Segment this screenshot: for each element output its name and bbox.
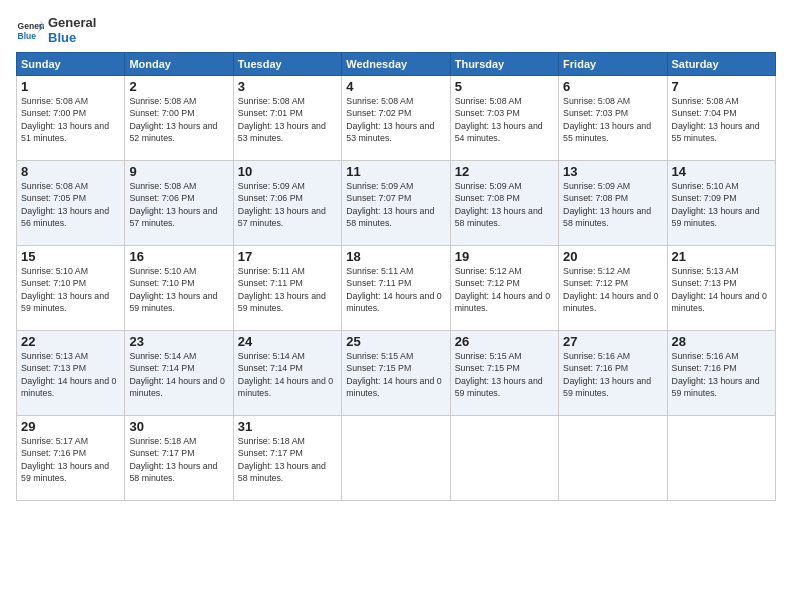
calendar-cell: 20Sunrise: 5:12 AMSunset: 7:12 PMDayligh…: [559, 245, 667, 330]
day-number: 2: [129, 79, 228, 94]
calendar-cell: [559, 415, 667, 500]
calendar-cell: 10Sunrise: 5:09 AMSunset: 7:06 PMDayligh…: [233, 160, 341, 245]
day-number: 17: [238, 249, 337, 264]
day-info: Sunrise: 5:08 AMSunset: 7:03 PMDaylight:…: [563, 95, 662, 144]
calendar-cell: 4Sunrise: 5:08 AMSunset: 7:02 PMDaylight…: [342, 75, 450, 160]
calendar-cell: 13Sunrise: 5:09 AMSunset: 7:08 PMDayligh…: [559, 160, 667, 245]
day-number: 23: [129, 334, 228, 349]
day-number: 15: [21, 249, 120, 264]
calendar-cell: 19Sunrise: 5:12 AMSunset: 7:12 PMDayligh…: [450, 245, 558, 330]
day-number: 28: [672, 334, 771, 349]
day-info: Sunrise: 5:11 AMSunset: 7:11 PMDaylight:…: [238, 265, 337, 314]
calendar-cell: 16Sunrise: 5:10 AMSunset: 7:10 PMDayligh…: [125, 245, 233, 330]
day-info: Sunrise: 5:18 AMSunset: 7:17 PMDaylight:…: [129, 435, 228, 484]
calendar-cell: 8Sunrise: 5:08 AMSunset: 7:05 PMDaylight…: [17, 160, 125, 245]
weekday-header-thursday: Thursday: [450, 52, 558, 75]
day-number: 25: [346, 334, 445, 349]
calendar-cell: 7Sunrise: 5:08 AMSunset: 7:04 PMDaylight…: [667, 75, 775, 160]
day-info: Sunrise: 5:15 AMSunset: 7:15 PMDaylight:…: [346, 350, 445, 399]
weekday-header-sunday: Sunday: [17, 52, 125, 75]
calendar-cell: 3Sunrise: 5:08 AMSunset: 7:01 PMDaylight…: [233, 75, 341, 160]
day-info: Sunrise: 5:08 AMSunset: 7:01 PMDaylight:…: [238, 95, 337, 144]
calendar-cell: 17Sunrise: 5:11 AMSunset: 7:11 PMDayligh…: [233, 245, 341, 330]
day-info: Sunrise: 5:10 AMSunset: 7:10 PMDaylight:…: [21, 265, 120, 314]
day-info: Sunrise: 5:08 AMSunset: 7:00 PMDaylight:…: [129, 95, 228, 144]
weekday-header-saturday: Saturday: [667, 52, 775, 75]
day-info: Sunrise: 5:08 AMSunset: 7:05 PMDaylight:…: [21, 180, 120, 229]
day-info: Sunrise: 5:12 AMSunset: 7:12 PMDaylight:…: [563, 265, 662, 314]
day-number: 6: [563, 79, 662, 94]
calendar-cell: [450, 415, 558, 500]
day-info: Sunrise: 5:14 AMSunset: 7:14 PMDaylight:…: [238, 350, 337, 399]
day-number: 29: [21, 419, 120, 434]
day-info: Sunrise: 5:09 AMSunset: 7:06 PMDaylight:…: [238, 180, 337, 229]
day-number: 12: [455, 164, 554, 179]
day-info: Sunrise: 5:15 AMSunset: 7:15 PMDaylight:…: [455, 350, 554, 399]
weekday-header-wednesday: Wednesday: [342, 52, 450, 75]
weekday-header-tuesday: Tuesday: [233, 52, 341, 75]
week-row-1: 1Sunrise: 5:08 AMSunset: 7:00 PMDaylight…: [17, 75, 776, 160]
day-number: 21: [672, 249, 771, 264]
calendar-cell: 25Sunrise: 5:15 AMSunset: 7:15 PMDayligh…: [342, 330, 450, 415]
weekday-header-row: SundayMondayTuesdayWednesdayThursdayFrid…: [17, 52, 776, 75]
day-info: Sunrise: 5:11 AMSunset: 7:11 PMDaylight:…: [346, 265, 445, 314]
logo-general: General: [48, 16, 96, 31]
logo-icon: General Blue: [16, 17, 44, 45]
day-info: Sunrise: 5:08 AMSunset: 7:00 PMDaylight:…: [21, 95, 120, 144]
calendar-cell: [667, 415, 775, 500]
day-info: Sunrise: 5:14 AMSunset: 7:14 PMDaylight:…: [129, 350, 228, 399]
day-number: 1: [21, 79, 120, 94]
calendar-cell: 18Sunrise: 5:11 AMSunset: 7:11 PMDayligh…: [342, 245, 450, 330]
day-info: Sunrise: 5:08 AMSunset: 7:02 PMDaylight:…: [346, 95, 445, 144]
calendar-cell: 2Sunrise: 5:08 AMSunset: 7:00 PMDaylight…: [125, 75, 233, 160]
calendar-cell: 1Sunrise: 5:08 AMSunset: 7:00 PMDaylight…: [17, 75, 125, 160]
calendar-cell: 21Sunrise: 5:13 AMSunset: 7:13 PMDayligh…: [667, 245, 775, 330]
calendar-cell: 24Sunrise: 5:14 AMSunset: 7:14 PMDayligh…: [233, 330, 341, 415]
day-info: Sunrise: 5:09 AMSunset: 7:08 PMDaylight:…: [563, 180, 662, 229]
day-number: 8: [21, 164, 120, 179]
calendar-cell: 14Sunrise: 5:10 AMSunset: 7:09 PMDayligh…: [667, 160, 775, 245]
day-info: Sunrise: 5:17 AMSunset: 7:16 PMDaylight:…: [21, 435, 120, 484]
week-row-4: 22Sunrise: 5:13 AMSunset: 7:13 PMDayligh…: [17, 330, 776, 415]
calendar-cell: 27Sunrise: 5:16 AMSunset: 7:16 PMDayligh…: [559, 330, 667, 415]
calendar-cell: 9Sunrise: 5:08 AMSunset: 7:06 PMDaylight…: [125, 160, 233, 245]
calendar-cell: 12Sunrise: 5:09 AMSunset: 7:08 PMDayligh…: [450, 160, 558, 245]
day-number: 31: [238, 419, 337, 434]
calendar-cell: [342, 415, 450, 500]
day-info: Sunrise: 5:16 AMSunset: 7:16 PMDaylight:…: [563, 350, 662, 399]
weekday-header-monday: Monday: [125, 52, 233, 75]
logo-blue: Blue: [48, 31, 96, 46]
day-number: 11: [346, 164, 445, 179]
day-number: 16: [129, 249, 228, 264]
logo: General Blue General Blue: [16, 16, 96, 46]
day-info: Sunrise: 5:18 AMSunset: 7:17 PMDaylight:…: [238, 435, 337, 484]
day-number: 19: [455, 249, 554, 264]
day-number: 10: [238, 164, 337, 179]
day-number: 9: [129, 164, 228, 179]
day-number: 4: [346, 79, 445, 94]
day-info: Sunrise: 5:08 AMSunset: 7:03 PMDaylight:…: [455, 95, 554, 144]
calendar-cell: 6Sunrise: 5:08 AMSunset: 7:03 PMDaylight…: [559, 75, 667, 160]
day-number: 5: [455, 79, 554, 94]
day-info: Sunrise: 5:10 AMSunset: 7:10 PMDaylight:…: [129, 265, 228, 314]
header: General Blue General Blue: [16, 16, 776, 46]
page-container: General Blue General Blue SundayMondayTu…: [0, 0, 792, 509]
day-number: 13: [563, 164, 662, 179]
calendar-cell: 15Sunrise: 5:10 AMSunset: 7:10 PMDayligh…: [17, 245, 125, 330]
calendar-cell: 22Sunrise: 5:13 AMSunset: 7:13 PMDayligh…: [17, 330, 125, 415]
calendar-cell: 28Sunrise: 5:16 AMSunset: 7:16 PMDayligh…: [667, 330, 775, 415]
calendar-cell: 5Sunrise: 5:08 AMSunset: 7:03 PMDaylight…: [450, 75, 558, 160]
week-row-3: 15Sunrise: 5:10 AMSunset: 7:10 PMDayligh…: [17, 245, 776, 330]
day-number: 20: [563, 249, 662, 264]
weekday-header-friday: Friday: [559, 52, 667, 75]
day-info: Sunrise: 5:09 AMSunset: 7:07 PMDaylight:…: [346, 180, 445, 229]
day-number: 22: [21, 334, 120, 349]
day-number: 24: [238, 334, 337, 349]
svg-text:Blue: Blue: [18, 31, 37, 41]
week-row-5: 29Sunrise: 5:17 AMSunset: 7:16 PMDayligh…: [17, 415, 776, 500]
calendar-cell: 31Sunrise: 5:18 AMSunset: 7:17 PMDayligh…: [233, 415, 341, 500]
day-number: 14: [672, 164, 771, 179]
day-info: Sunrise: 5:08 AMSunset: 7:04 PMDaylight:…: [672, 95, 771, 144]
calendar-cell: 26Sunrise: 5:15 AMSunset: 7:15 PMDayligh…: [450, 330, 558, 415]
day-info: Sunrise: 5:12 AMSunset: 7:12 PMDaylight:…: [455, 265, 554, 314]
